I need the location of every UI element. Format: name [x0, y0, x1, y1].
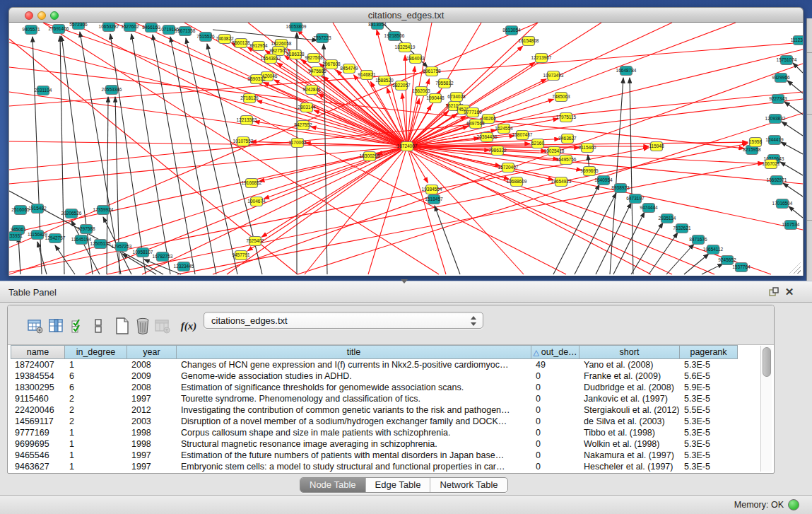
graph-edge: [153, 35, 195, 274]
table-cell: 9777169: [11, 427, 65, 438]
column-header-short[interactable]: short: [579, 345, 680, 359]
table-row[interactable]: 2242004622012Investigating the contribut…: [11, 404, 738, 416]
column-header-year[interactable]: year: [127, 345, 177, 359]
window-titlebar[interactable]: citations_edges.txt: [8, 7, 804, 23]
graph-node-label: 7955812: [435, 81, 454, 86]
graph-node-label: 16782753: [153, 254, 173, 259]
graph-node-label: 1864093: [406, 56, 425, 61]
table-cell: Yano et al. (2008): [579, 359, 680, 370]
graph-node-label: 8471676: [689, 237, 707, 242]
close-panel-icon[interactable]: ✕: [783, 286, 796, 298]
table-scrollbar[interactable]: [760, 346, 772, 472]
table-row[interactable]: 946554611997Estimation of the future num…: [11, 450, 738, 461]
memory-status-icon[interactable]: [788, 499, 799, 510]
graph-node-label: 12505135: [90, 241, 111, 246]
network-table-selector[interactable]: citations_edges.txt: [204, 312, 483, 329]
table-row[interactable]: 1938455462009Genome-wide association stu…: [11, 370, 738, 382]
graph-edge: [227, 146, 407, 274]
table-row[interactable]: 1872400712008Changes of HCN gene express…: [11, 359, 738, 370]
graph-node-label: 9890312: [247, 76, 266, 81]
graph-edge: [407, 146, 803, 230]
graph-node-label: 7986322: [488, 148, 507, 153]
tab-edge-table[interactable]: Edge Table: [366, 478, 431, 492]
column-header-indegree[interactable]: in_degree: [65, 345, 127, 359]
column-header-pagerank[interactable]: pagerank: [680, 345, 738, 359]
graph-node-label: 12942757: [45, 235, 66, 240]
graph-node-label: 9227343: [769, 96, 787, 101]
node-table: namein_degreeyeartitle△out_de…shortpager…: [11, 345, 738, 472]
graph-node-label: 10688609: [507, 179, 527, 184]
select-all-icon[interactable]: [69, 317, 87, 335]
show-column-icon[interactable]: [47, 317, 65, 335]
network-canvas[interactable]: 9405571276914065572306106532871527602846…: [8, 23, 804, 276]
table-cell: 2: [65, 393, 127, 404]
tab-node-table[interactable]: Node Table: [300, 478, 366, 492]
graph-node-label: 1170063: [289, 140, 307, 145]
table-cell: Franke et al. (2009): [579, 370, 680, 382]
graph-node-label: 9242845: [302, 87, 321, 92]
graph-node-label: 15692971: [767, 177, 787, 182]
graph-node-label: 2803144: [298, 105, 316, 110]
table-row[interactable]: 911546021997Tourette syndrome. Phenomeno…: [11, 393, 738, 404]
graph-node-label: 16154808: [519, 38, 539, 43]
graph-node-label: 6822057: [392, 83, 411, 88]
graph-node-label: 12093832: [765, 116, 786, 121]
graph-node-label: 1167534: [782, 222, 800, 227]
graph-node-label: 19384554: [422, 187, 442, 192]
table-cell: 5.3E-5: [680, 450, 738, 461]
graph-node-label: 1588520: [375, 78, 394, 83]
table-row[interactable]: 977716911998Corpus callosum shape and si…: [11, 427, 738, 438]
graph-node-label: 27691406: [49, 26, 69, 31]
tab-network-table[interactable]: Network Table: [430, 478, 507, 492]
graph-node-label: 9699695: [580, 168, 599, 173]
graph-node-label: 1112345: [791, 37, 803, 42]
table-cell: 49: [531, 359, 579, 370]
table-cell: Disruption of a novel member of a sodium…: [177, 416, 531, 427]
table-row[interactable]: 969969511998Structural magnetic resonanc…: [11, 438, 738, 450]
graph-node-label: 133931: [9, 233, 23, 238]
table-cell: 22420046: [11, 404, 65, 416]
graph-node-label: 15720407: [498, 165, 519, 170]
table-cell: 5.3E-5: [680, 359, 738, 370]
table-cell: 2: [65, 416, 127, 427]
function-builder-icon[interactable]: f(x): [180, 317, 198, 335]
table-cell: 1997: [127, 450, 177, 461]
column-header-title[interactable]: title: [177, 345, 531, 359]
float-panel-icon[interactable]: [767, 286, 780, 298]
network-view-window: citations_edges.txt 94055712769140655723…: [8, 7, 804, 276]
graph-node-label: 16543812: [261, 56, 281, 61]
column-header-outde[interactable]: △out_de…: [531, 345, 579, 359]
graph-node-label: 1915482: [28, 206, 47, 211]
table-cell: 1: [65, 427, 127, 438]
scrollbar-thumb[interactable]: [763, 347, 771, 377]
table-cell: 6: [65, 370, 127, 382]
table-row[interactable]: 946362711997Embryonic stem cells: a mode…: [11, 461, 738, 472]
delete-table-icon[interactable]: [134, 317, 152, 335]
table-settings-icon[interactable]: [26, 317, 45, 335]
column-header-name[interactable]: name: [11, 345, 65, 359]
table-cell: 1997: [127, 461, 177, 472]
citation-network-graph[interactable]: 9405571276914065572306106532871527602846…: [9, 23, 803, 276]
rows-icon[interactable]: [89, 317, 107, 335]
graph-node-label: 2935114: [659, 216, 676, 221]
graph-node-label: 16671358: [175, 28, 196, 33]
table-cell: 0: [531, 427, 579, 438]
table-row[interactable]: 1830029562008Estimation of significance …: [11, 382, 738, 393]
background-window-edge: [806, 18, 812, 281]
graph-node-label: 2516065: [11, 207, 30, 212]
panel-collapse-handle[interactable]: [401, 279, 408, 284]
new-table-icon[interactable]: [113, 317, 131, 335]
table-cell: 0: [531, 370, 579, 382]
graph-edge: [107, 97, 108, 274]
graph-edge: [787, 81, 803, 93]
graph-node-label: 2031104: [35, 88, 52, 93]
combo-arrows-icon: [470, 315, 476, 327]
table-cell: 1998: [127, 427, 177, 438]
graph-node-label: 9475685: [308, 69, 326, 74]
graph-node-label: 10958107: [133, 250, 153, 255]
table-row[interactable]: 1456911722003Disruption of a novel membe…: [11, 416, 738, 427]
graph-node-label: 20364436: [477, 134, 498, 139]
table-cell: Structural magnetic resonance image aver…: [177, 438, 531, 450]
table-cell: 0: [531, 461, 579, 472]
graph-node-label: 10654112: [703, 247, 724, 252]
